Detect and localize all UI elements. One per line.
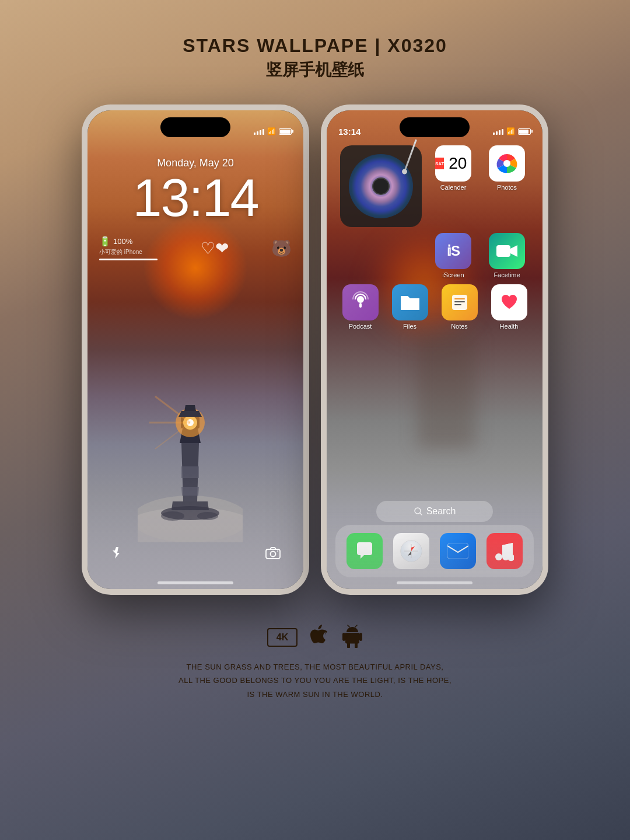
dock-safari[interactable]	[393, 533, 429, 569]
battery-icon	[279, 128, 292, 135]
svg-point-27	[506, 551, 513, 558]
heart-widget: ♡❤	[201, 239, 229, 258]
app-photos[interactable]: Photos	[485, 145, 529, 227]
svg-rect-15	[359, 303, 362, 308]
app-health[interactable]: Health	[487, 284, 531, 330]
svg-point-14	[357, 296, 364, 303]
home-status-right: 📶	[493, 127, 531, 135]
phone-name: 小可爱的 iPhone	[99, 248, 158, 256]
blurred-lighthouse	[417, 332, 475, 449]
dynamic-island	[160, 117, 230, 137]
calendar-label: Calender	[440, 184, 467, 191]
battery-percent: 100%	[113, 237, 132, 246]
android-logo	[342, 625, 363, 650]
dock-music[interactable]	[487, 533, 523, 569]
music-widget[interactable]	[340, 145, 422, 227]
iscreen-1-icon: 𝕚S	[435, 233, 471, 269]
page-header: STARS WALLPAPE | X0320 竖屏手机壁纸	[0, 0, 630, 93]
search-icon	[414, 507, 423, 516]
photos-icon-img	[489, 145, 525, 182]
health-label: Health	[500, 323, 519, 330]
search-label: Search	[426, 506, 456, 517]
svg-point-8	[197, 512, 218, 520]
search-bar[interactable]: Search	[376, 501, 493, 522]
status-right: 📶	[254, 127, 292, 135]
svg-point-10	[271, 552, 276, 557]
vinyl-record	[349, 154, 413, 218]
home-time: 13:14	[338, 127, 360, 137]
lighthouse-illustration	[138, 338, 243, 542]
lock-time: 13:14	[88, 172, 303, 224]
home-battery-icon	[518, 128, 531, 135]
svg-rect-17	[454, 298, 465, 299]
home-screen-phone: 13:14 📶	[321, 104, 548, 595]
notes-icon-img	[442, 284, 478, 320]
app-podcast[interactable]: Podcast	[338, 284, 383, 330]
wifi-icon: 📶	[267, 127, 276, 135]
svg-rect-19	[454, 304, 461, 305]
home-indicator	[158, 581, 233, 584]
health-icon-img	[491, 284, 527, 320]
app-notes[interactable]: Notes	[438, 284, 482, 330]
iscreen-1-label: iScreen	[442, 271, 464, 278]
app-files[interactable]: Files	[388, 284, 432, 330]
home-indicator-home	[397, 581, 473, 584]
svg-rect-13	[496, 245, 510, 257]
app-row-0: SAT 20 Calender	[335, 145, 534, 227]
svg-rect-18	[454, 301, 465, 302]
title-en: STARS WALLPAPE | X0320	[0, 35, 630, 57]
title-cn: 竖屏手机壁纸	[0, 59, 630, 81]
cal-header: SAT	[435, 158, 444, 169]
home-signal-icon	[493, 128, 503, 135]
files-icon-img	[392, 284, 428, 320]
app-grid: SAT 20 Calender	[335, 145, 534, 336]
flashlight-icon[interactable]	[105, 540, 131, 566]
podcast-label: Podcast	[349, 323, 372, 330]
dock-messages[interactable]	[346, 533, 383, 569]
svg-point-7	[161, 511, 184, 521]
lock-screen-phone: 📶 Monday, May 20 13:14 🔋 100% 小可爱的 iPhon…	[82, 104, 309, 595]
app-row-1: 𝕚S iScreen Facetime	[335, 233, 534, 278]
app-calendar[interactable]: SAT 20 Calender	[431, 145, 475, 227]
app-iscreen-1[interactable]: 𝕚S iScreen	[431, 233, 475, 278]
badges-row: 4K	[0, 624, 630, 651]
badge-4k: 4K	[267, 628, 298, 647]
svg-point-12	[503, 160, 510, 167]
files-label: Files	[403, 323, 416, 330]
lock-widgets: 🔋 100% 小可爱的 iPhone ♡❤ 🐻	[99, 236, 292, 260]
app-row-2: Podcast Files	[335, 284, 534, 330]
dynamic-island-home	[400, 117, 470, 137]
tagline: THE SUN GRASS AND TREES, THE MOST BEAUTI…	[140, 660, 490, 701]
svg-rect-24	[447, 543, 468, 559]
app-facetime[interactable]: Facetime	[485, 233, 529, 278]
calendar-icon-img: SAT 20	[435, 145, 471, 182]
facetime-label: Facetime	[494, 271, 520, 278]
spacer-row1	[340, 233, 422, 278]
dock	[335, 525, 534, 577]
lock-date: Monday, May 20	[88, 157, 303, 169]
svg-point-11	[277, 550, 278, 552]
camera-icon[interactable]	[260, 540, 286, 566]
svg-point-26	[495, 553, 502, 560]
cal-date: 20	[444, 154, 471, 173]
lock-controls	[88, 540, 303, 566]
apple-logo	[309, 624, 330, 651]
facetime-icon-img	[489, 233, 525, 269]
battery-widget: 🔋 100% 小可爱的 iPhone	[99, 236, 158, 260]
bear-widget: 🐻	[271, 239, 292, 258]
phones-container: 📶 Monday, May 20 13:14 🔋 100% 小可爱的 iPhon…	[0, 93, 630, 607]
vinyl-center	[372, 177, 390, 195]
dock-mail[interactable]	[440, 533, 476, 569]
badges-section: 4K THE SUN GRASS AND TREES, THE M	[0, 607, 630, 701]
home-wifi-icon: 📶	[506, 127, 515, 135]
notes-label: Notes	[451, 323, 468, 330]
photos-label: Photos	[497, 184, 517, 191]
podcast-icon-img	[342, 284, 379, 320]
battery-widget-icon: 🔋	[99, 236, 111, 247]
signal-icon	[254, 128, 264, 135]
